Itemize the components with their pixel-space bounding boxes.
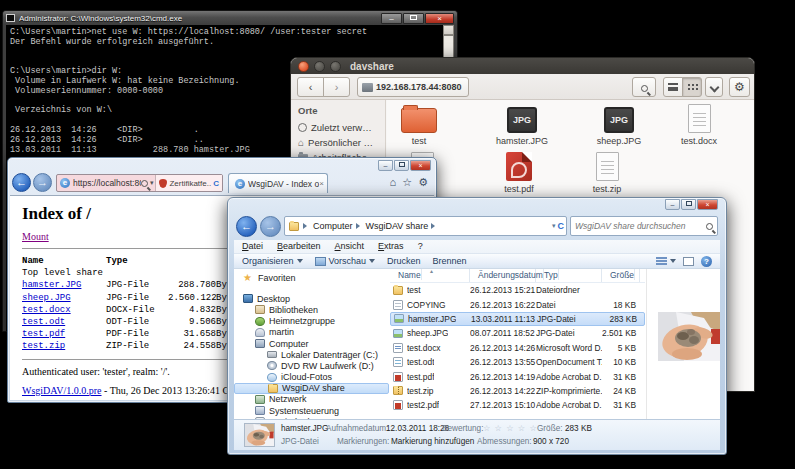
column-header-type[interactable]: Typ <box>536 269 602 282</box>
menu-button[interactable]: ⚙ <box>729 77 750 97</box>
organize-button[interactable]: Organisieren <box>242 256 303 266</box>
dropdown-icon[interactable]: ▾ <box>150 179 154 187</box>
file-row-test[interactable]: test 26.12.2013 15:21Dateiordner <box>390 283 645 297</box>
column-header-size[interactable]: Größe <box>602 269 640 282</box>
column-header-date[interactable]: Änderungsdatum <box>470 269 536 282</box>
tree-item-computer[interactable]: Computer <box>234 338 389 349</box>
sidebar-item-home[interactable]: ⌂Persönlicher … <box>291 135 385 150</box>
breadcrumb-computer[interactable]: Computer <box>313 221 353 231</box>
maximize-button[interactable] <box>330 61 341 72</box>
file-link[interactable]: test.pdf <box>22 329 65 339</box>
menu-bearbeiten[interactable]: Bearbeiten <box>277 241 321 253</box>
file-item-test-folder[interactable]: test <box>387 101 451 146</box>
file-row-test-docx[interactable]: test.docx 26.12.2013 14:26Microsoft Word… <box>390 341 645 355</box>
tree-item-icloud-fotos[interactable]: iCloud-Fotos <box>234 372 389 383</box>
back-button[interactable]: ‹ <box>297 77 324 97</box>
back-button[interactable]: ← <box>12 173 31 192</box>
refresh-icon[interactable]: C <box>213 179 219 188</box>
scroll-up-icon[interactable] <box>443 25 454 35</box>
burn-button[interactable]: Brennen <box>433 256 467 266</box>
maximize-button[interactable] <box>403 13 424 24</box>
file-item-test-docx[interactable]: test.docx <box>667 101 731 146</box>
maximize-button[interactable] <box>681 199 696 210</box>
file-link[interactable]: sheep.JPG <box>22 293 71 303</box>
tree-item-bibliotheken[interactable]: Bibliotheken <box>234 304 389 315</box>
tree-item-favoriten[interactable]: Favoriten <box>234 272 389 283</box>
tab-index-of[interactable]: e WsgiDAV - Index of / × <box>228 173 328 193</box>
file-item-hamster-jpg[interactable]: JPG hamster.JPG <box>490 101 554 146</box>
column-header-name[interactable]: ▴Name <box>390 269 470 282</box>
tree-item-wsgidav-share[interactable]: WsgiDAV share <box>234 383 389 394</box>
file-item-test-zip[interactable]: test.zip <box>575 149 639 194</box>
close-button[interactable]: × <box>697 199 718 210</box>
tree-item-dvd-laufwerk[interactable]: DVD RW Laufwerk (D:) <box>234 360 389 371</box>
home-icon[interactable]: ⌂ <box>390 176 397 189</box>
address-bar[interactable]: e https://localhost:8080/ ▾ Zertifikatfe… <box>56 174 223 192</box>
rating-stars[interactable]: ☆ ☆ ☆ ☆ ☆ <box>483 423 538 433</box>
favorites-star-icon[interactable]: ☆ <box>402 176 412 189</box>
file-row-sheep-jpg[interactable]: sheep.JPG 08.07.2011 18:52JPG-Datei2.501… <box>390 326 645 340</box>
file-row-hamster-jpg-selected[interactable]: hamster.JPG 13.03.2011 11:13JPG-Datei283… <box>390 312 645 326</box>
file-row-test2-pdf[interactable]: test2.pdf 27.12.2013 15:10Adobe Acrobat … <box>390 398 645 412</box>
help-icon[interactable]: ? <box>701 256 712 267</box>
certificate-error-button[interactable]: Zertifikatfe.. C <box>155 175 222 191</box>
file-row-test-odt[interactable]: test.odt 26.12.2013 13:55OpenDocument T.… <box>390 355 645 369</box>
forward-button[interactable]: › <box>323 77 350 97</box>
file-item-sheep-jpg[interactable]: JPG sheep.JPG <box>587 101 651 146</box>
wsgidav-version-link[interactable]: WsgiDAV/1.0.0.pre <box>22 385 102 396</box>
minimize-button[interactable] <box>314 61 325 72</box>
search-input[interactable] <box>575 221 706 231</box>
cmd-titlebar[interactable]: Administrator: C:\Windows\system32\cmd.e… <box>3 11 457 25</box>
file-link[interactable]: test.zip <box>22 341 65 351</box>
back-button[interactable]: ← <box>236 216 257 237</box>
minimize-button[interactable]: – <box>378 160 393 171</box>
file-link[interactable]: hamster.JPG <box>22 280 81 290</box>
tree-item-lokaler-datentraeger[interactable]: Lokaler Datenträger (C:) <box>234 349 389 360</box>
tree-item-desktop[interactable]: Desktop <box>234 293 389 304</box>
close-button[interactable] <box>298 61 309 72</box>
location-breadcrumb[interactable]: 192.168.178.44:8080 <box>357 77 469 97</box>
print-button[interactable]: Drucken <box>387 256 421 266</box>
preview-pane-toggle-icon[interactable] <box>683 257 694 266</box>
nautilus-titlebar[interactable]: davshare <box>291 58 754 74</box>
forward-button[interactable]: → <box>260 216 281 237</box>
view-options-button[interactable] <box>705 77 723 97</box>
settings-gear-icon[interactable]: ⚙ <box>418 176 428 189</box>
change-view-button[interactable] <box>656 256 676 266</box>
refresh-icon[interactable]: C <box>558 221 565 231</box>
file-row-test-pdf[interactable]: test.pdf 26.12.2013 14:19Adobe Acrobat D… <box>390 369 645 383</box>
menu-help[interactable]: ? <box>418 241 423 253</box>
file-row-copying[interactable]: COPYING 26.12.2013 16:22Datei18 KB <box>390 297 645 311</box>
file-item-test-pdf[interactable]: test.pdf <box>487 149 551 194</box>
preview-button[interactable]: Vorschau <box>315 256 376 266</box>
maximize-button[interactable] <box>394 160 409 171</box>
search-box[interactable] <box>570 216 718 236</box>
address-bar[interactable]: Computer WsgiDAV share ▾ C <box>284 216 567 236</box>
search-button[interactable] <box>632 77 656 97</box>
tree-item-heimnetzgruppe[interactable]: Heimnetzgruppe <box>234 316 389 327</box>
tree-item-martin[interactable]: martin <box>234 327 389 338</box>
minimize-button[interactable]: – <box>381 13 402 24</box>
menu-ansicht[interactable]: Ansicht <box>335 241 365 253</box>
minimize-button[interactable]: – <box>665 199 680 210</box>
close-button[interactable]: × <box>425 13 454 24</box>
list-view-button[interactable] <box>663 77 683 97</box>
file-link[interactable]: test.odt <box>22 317 65 327</box>
mount-link[interactable]: Mount <box>22 231 49 242</box>
forward-button[interactable]: → <box>33 173 52 192</box>
file-row-test-zip[interactable]: test.zip 26.12.2013 14:22ZIP-komprimiert… <box>390 384 645 398</box>
menu-datei[interactable]: Datei <box>242 241 263 253</box>
grid-view-button[interactable] <box>682 77 702 97</box>
tab-close-icon[interactable]: × <box>319 179 324 188</box>
menu-extras[interactable]: Extras <box>378 241 404 253</box>
address-dropdown-icon[interactable]: ▾ <box>552 222 556 230</box>
file-link[interactable]: test.docx <box>22 305 71 315</box>
search-icon[interactable] <box>141 180 148 187</box>
tree-item-systemsteuerung[interactable]: Systemsteuerung <box>234 405 389 416</box>
close-button[interactable]: × <box>410 160 431 171</box>
status-tags-value[interactable]: Markierung hinzufügen <box>391 437 474 446</box>
sidebar-item-recent[interactable]: Zuletzt verw… <box>291 120 385 135</box>
breadcrumb-wsgidav-share[interactable]: WsgiDAV share <box>366 221 429 231</box>
url-text[interactable]: https://localhost:8080/ <box>73 178 141 188</box>
tree-item-netzwerk[interactable]: Netzwerk <box>234 394 389 405</box>
